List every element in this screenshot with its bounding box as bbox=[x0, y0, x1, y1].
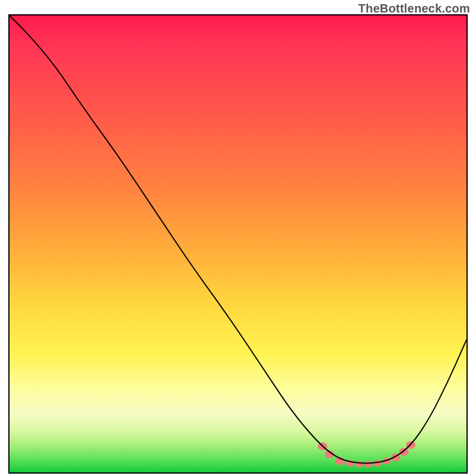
plot-frame bbox=[8, 14, 468, 474]
watermark-label: TheBottleneck.com bbox=[358, 2, 470, 15]
chart-stage: TheBottleneck.com bbox=[0, 0, 476, 476]
heat-gradient-background bbox=[10, 15, 466, 472]
